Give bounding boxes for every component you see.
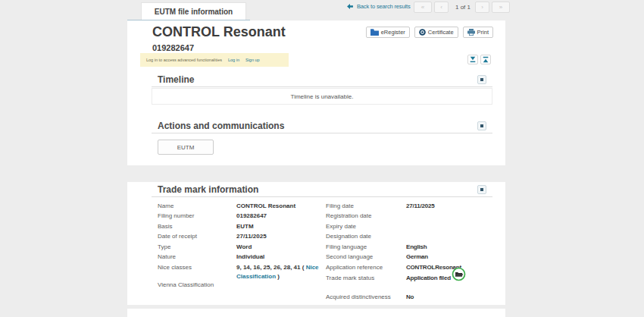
login-link[interactable]: Log in	[228, 58, 239, 62]
prev-page-button[interactable]: ‹	[434, 2, 449, 13]
info-row-type: TypeWord	[158, 243, 326, 253]
login-banner-text: Log in to access advanced functionalitie…	[146, 58, 222, 62]
tab-eutm-file-information[interactable]: EUTM file information	[141, 2, 246, 20]
pagination: « ‹ 1 of 1 › »	[414, 2, 512, 13]
trademark-info-section: Trade mark information NameCONTROL Reson…	[152, 184, 492, 303]
page-indicator: 1 of 1	[455, 4, 470, 11]
trademark-title: CONTROL Resonant	[152, 24, 286, 40]
collapse-all-icon	[470, 56, 476, 63]
back-arrow-icon	[347, 4, 353, 9]
trademark-info-heading: Trade mark information	[158, 185, 492, 195]
certificate-button[interactable]: Certificate	[414, 27, 458, 38]
info-row-nature: NatureIndividual	[158, 253, 326, 263]
info-row-name: NameCONTROL Resonant	[158, 202, 326, 212]
application-filed-status-icon	[452, 267, 466, 281]
info-row-filing-date: Filing date27/11/2025	[326, 202, 492, 212]
info-row-filing-language: Filing languageEnglish	[326, 243, 492, 253]
info-row-spacer	[326, 284, 492, 293]
eregister-button[interactable]: eRegister	[366, 27, 410, 38]
info-row-acquired-distinctiveness: Acquired distinctivenessNo	[326, 293, 492, 303]
next-section-card	[127, 309, 505, 317]
timeline-collapse-button[interactable]	[477, 75, 486, 84]
back-label: Back to search results	[357, 3, 410, 10]
header-actions: eRegister Certificate Print	[366, 27, 493, 38]
info-row-filing-number: Filing number019282647	[158, 212, 326, 222]
collapse-icon	[480, 78, 483, 81]
timeline-heading: Timeline	[158, 75, 492, 85]
trademark-info-card: Trade mark information NameCONTROL Reson…	[127, 182, 505, 305]
file-header-card: CONTROL Resonant 019282647 eRegister Cer…	[127, 20, 505, 165]
collapse-all-button[interactable]	[467, 55, 478, 64]
back-to-search-results-link[interactable]: Back to search results	[347, 3, 410, 10]
actions-heading: Actions and communications	[158, 121, 492, 131]
expand-all-icon	[483, 56, 489, 63]
expand-collapse-controls	[467, 55, 491, 64]
next-page-button[interactable]: ›	[475, 2, 489, 13]
info-row-basis: BasisEUTM	[158, 222, 326, 233]
info-row-trademark-status: Trade mark statusApplication filed	[326, 274, 492, 284]
certificate-label: Certificate	[428, 29, 454, 36]
expand-all-button[interactable]	[480, 55, 491, 64]
trademark-info-right-column: Filing date27/11/2025 Registration date …	[326, 202, 492, 303]
info-row-second-language: Second languageGerman	[326, 253, 492, 263]
collapse-icon	[480, 188, 483, 191]
certificate-seal-icon	[419, 29, 426, 36]
last-page-button[interactable]: »	[492, 2, 510, 13]
trademark-number: 019282647	[152, 43, 194, 52]
actions-collapse-button[interactable]	[477, 121, 486, 130]
trademark-info-left-column: NameCONTROL Resonant Filing number019282…	[158, 202, 326, 303]
print-label: Print	[477, 29, 489, 36]
info-row-date-of-receipt: Date of receipt27/11/2025	[158, 232, 326, 243]
info-row-vienna-classification: Vienna Classification	[158, 281, 326, 291]
eregister-label: eRegister	[381, 29, 405, 36]
folder-icon	[370, 29, 379, 36]
first-page-button[interactable]: «	[414, 2, 432, 13]
info-row-application-reference: Application referenceCONTROLResonant	[326, 263, 492, 274]
info-row-expiry-date: Expiry date	[326, 222, 492, 233]
trademark-info-collapse-button[interactable]	[477, 185, 486, 194]
signup-link[interactable]: Sign up	[245, 58, 260, 62]
timeline-section: Timeline Timeline is unavailable.	[152, 74, 492, 105]
eutm-tab-button[interactable]: EUTM	[158, 140, 214, 155]
actions-section: Actions and communications EUTM	[152, 121, 492, 155]
collapse-icon	[480, 124, 483, 127]
print-button[interactable]: Print	[463, 27, 493, 38]
login-banner: Log in to access advanced functionalitie…	[140, 53, 289, 67]
info-row-nice-classes: Nice classes9, 14, 16, 25, 26, 28, 41 ( …	[158, 263, 326, 281]
info-row-designation-date: Designation date	[326, 232, 492, 243]
timeline-unavailable-message: Timeline is unavailable.	[152, 88, 492, 105]
printer-icon	[467, 29, 475, 36]
info-row-registration-date: Registration date	[326, 212, 492, 222]
